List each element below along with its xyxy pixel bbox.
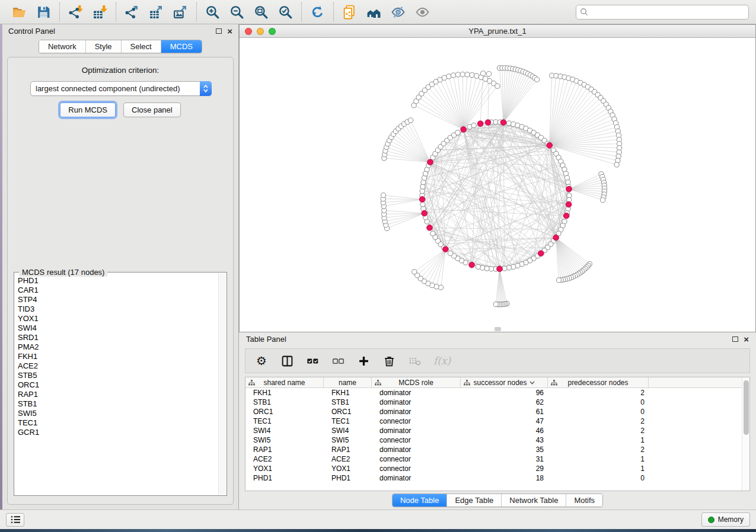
window-minimize-traffic-light[interactable] (257, 28, 264, 35)
table-row[interactable]: YOX1YOX1connector291 (245, 464, 749, 473)
tab-network[interactable]: Network (39, 40, 85, 53)
column-header-name[interactable]: name (324, 377, 372, 387)
table-row[interactable]: FKH1FKH1dominator962 (245, 388, 749, 398)
task-history-button[interactable] (6, 513, 24, 527)
delete-column-button[interactable] (382, 354, 395, 368)
table-row[interactable]: TEC1TEC1connector472 (245, 416, 749, 426)
network-hscroll-thumb[interactable] (495, 327, 501, 331)
result-node-stp4[interactable]: STP4 (17, 295, 218, 305)
cell-successor-nodes: 18 (461, 473, 548, 483)
cell-mcds-role: dominator (372, 473, 461, 483)
columns-button[interactable] (280, 354, 294, 368)
tab-mcds[interactable]: MCDS (161, 40, 202, 53)
open-file-icon (12, 5, 27, 20)
new-network-from-selection-button[interactable] (342, 4, 358, 20)
open-file-button[interactable] (11, 4, 27, 20)
column-header-shared-name[interactable]: shared name (245, 377, 324, 387)
result-node-swi4[interactable]: SWI4 (17, 323, 218, 333)
control-panel-tabs-row: NetworkStyleSelectMCDS (2, 40, 238, 53)
table-row[interactable]: RAP1RAP1dominator352 (245, 445, 749, 454)
zoom-fit-button[interactable] (253, 4, 269, 20)
column-header-successor-nodes[interactable]: successor nodes (461, 377, 548, 387)
export-network-button[interactable] (124, 4, 140, 20)
cell-name: ORC1 (324, 407, 372, 416)
result-node-tid3[interactable]: TID3 (17, 305, 218, 314)
table-row[interactable]: STB1STB1dominator620 (245, 398, 749, 407)
tab-network-table[interactable]: Network Table (501, 494, 566, 507)
window-zoom-traffic-light[interactable] (269, 28, 276, 35)
export-network-icon (125, 5, 139, 20)
table-vscrollbar[interactable] (742, 377, 749, 491)
table-row[interactable]: SWI4SWI4dominator462 (245, 426, 749, 435)
deselect-all-button[interactable] (331, 354, 344, 368)
save-session-button[interactable] (36, 4, 52, 20)
result-node-phd1[interactable]: PHD1 (17, 276, 218, 286)
result-list-scrollbar[interactable] (218, 273, 226, 495)
result-node-swi5[interactable]: SWI5 (17, 409, 218, 418)
cell-mcds-role: dominator (372, 398, 461, 407)
table-row[interactable]: SWI5SWI5connector431 (245, 435, 749, 445)
cell-name: TEC1 (324, 416, 372, 426)
table-row[interactable]: ORC1ORC1dominator610 (245, 407, 749, 416)
close-table-panel-icon[interactable]: × (744, 336, 749, 342)
tab-motifs[interactable]: Motifs (566, 494, 602, 507)
import-table-button[interactable] (92, 4, 108, 20)
network-canvas[interactable] (240, 38, 755, 332)
float-table-panel-icon[interactable] (732, 336, 738, 342)
tab-node-table[interactable]: Node Table (393, 494, 447, 507)
sort-desc-icon (529, 381, 535, 384)
tab-edge-table[interactable]: Edge Table (446, 494, 501, 507)
show-all-button[interactable] (414, 4, 430, 20)
result-node-car1[interactable]: CAR1 (17, 286, 218, 295)
delete-table-button (408, 354, 421, 368)
tab-select[interactable]: Select (121, 40, 161, 53)
table-row[interactable]: PHD1PHD1dominator180 (245, 473, 749, 483)
result-node-pma2[interactable]: PMA2 (17, 342, 218, 352)
close-panel-icon[interactable]: × (227, 28, 232, 34)
select-all-button[interactable] (306, 354, 319, 368)
gear-button[interactable]: ⚙ (255, 354, 268, 368)
cell-shared-name: YOX1 (245, 464, 324, 473)
float-panel-icon[interactable] (216, 28, 222, 34)
import-network-button[interactable] (68, 4, 84, 20)
result-node-yox1[interactable]: YOX1 (17, 314, 218, 323)
result-node-stb5[interactable]: STB5 (17, 371, 218, 380)
result-node-srd1[interactable]: SRD1 (17, 333, 218, 342)
result-node-gcr1[interactable]: GCR1 (17, 428, 218, 437)
result-node-stb1[interactable]: STB1 (17, 399, 218, 409)
network-window-titlebar[interactable]: YPA_prune.txt_1 (240, 25, 755, 38)
result-node-fkh1[interactable]: FKH1 (17, 352, 218, 361)
result-node-tec1[interactable]: TEC1 (17, 418, 218, 428)
zoom-selected-button[interactable] (277, 4, 294, 20)
export-table-button[interactable] (148, 4, 164, 20)
result-node-orc1[interactable]: ORC1 (17, 380, 218, 390)
run-mcds-button[interactable]: Run MCDS (60, 102, 116, 117)
result-node-rap1[interactable]: RAP1 (17, 390, 218, 399)
memory-button[interactable]: Memory (701, 512, 750, 527)
zoom-out-icon (229, 5, 244, 20)
zoom-in-button[interactable] (205, 4, 221, 20)
export-image-button[interactable] (173, 4, 189, 20)
toolbar-group (334, 0, 438, 24)
zoom-out-button[interactable] (229, 4, 245, 20)
column-header-predecessor-nodes[interactable]: predecessor nodes (548, 377, 649, 387)
hide-selected-button[interactable] (390, 4, 406, 20)
close-panel-button[interactable]: Close panel (123, 102, 181, 117)
dropdown-selected-value: largest connected component (undirected) (31, 84, 200, 93)
column-header-mcds-role[interactable]: MCDS role (372, 377, 461, 387)
table-vscrollbar-thumb[interactable] (744, 380, 749, 435)
refresh-layout-button[interactable] (310, 4, 326, 20)
hide-selected-icon (391, 5, 406, 20)
table-panel-title: Table Panel (246, 335, 286, 344)
add-column-button[interactable] (357, 354, 370, 368)
search-box[interactable] (576, 5, 749, 20)
first-neighbors-button[interactable] (366, 4, 382, 20)
window-close-traffic-light[interactable] (245, 28, 252, 35)
tab-style[interactable]: Style (85, 40, 121, 53)
new-network-from-selection-icon (342, 5, 357, 20)
table-row[interactable]: ACE2ACE2connector311 (245, 454, 749, 464)
optimization-criterion-dropdown[interactable]: largest connected component (undirected) (30, 81, 212, 96)
result-node-ace2[interactable]: ACE2 (17, 361, 218, 371)
search-input[interactable] (591, 8, 745, 16)
mcds-tab-content: Optimization criterion: largest connecte… (7, 57, 234, 505)
